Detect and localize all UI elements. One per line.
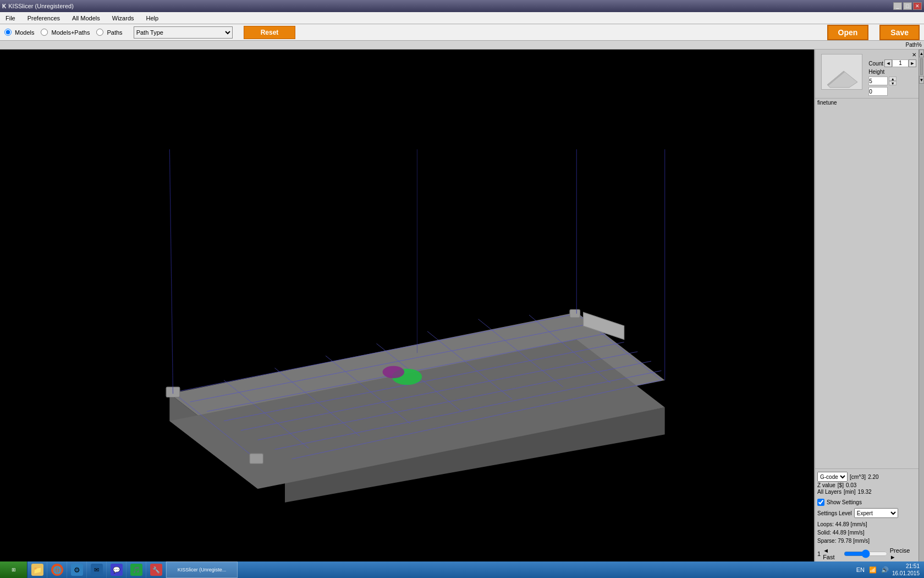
language-indicator: EN <box>856 566 865 573</box>
maximize-button[interactable]: □ <box>903 2 912 10</box>
svg-rect-24 <box>250 454 263 464</box>
precise-label: Precise ► <box>890 547 916 560</box>
chat-icon: 💬 <box>111 564 123 576</box>
taskbar-icon-media[interactable]: 🎵 <box>127 561 146 578</box>
menu-file[interactable]: File <box>2 14 19 23</box>
settings-level-label: Settings Level <box>817 510 852 516</box>
count-decrease-button[interactable]: ◄ <box>884 59 892 67</box>
settings-level-select[interactable]: Expert Intermediate Basic <box>854 508 898 518</box>
volume-value: 2.20 <box>868 474 878 480</box>
show-settings-checkbox[interactable] <box>817 499 824 506</box>
svg-line-28 <box>169 149 173 394</box>
minimize-button[interactable]: _ <box>893 2 902 10</box>
z-unit: [$] <box>838 482 844 488</box>
right-panel: ✕ Count ◄ 1 ► Height <box>814 50 924 561</box>
radio-paths[interactable] <box>96 29 103 36</box>
scroll-down-button[interactable]: ▼ <box>919 76 924 84</box>
scroll-up-button[interactable]: ▲ <box>919 50 924 57</box>
preview-svg <box>822 54 862 90</box>
media-icon: 🎵 <box>130 564 142 576</box>
height-fine-input[interactable] <box>868 87 888 96</box>
taskbar-icon-browser[interactable]: 🌐 <box>47 561 67 578</box>
path-type-dropdown[interactable]: Path Type <box>134 26 233 39</box>
taskbar-left: ⊞ 📁 🌐 ⚙ ✉ 💬 🎵 🔧 KISSlicer (Unregiste... <box>0 561 238 578</box>
path-bar: Path% <box>0 41 924 50</box>
volume-unit: [cm^3] <box>850 474 866 480</box>
clock-date: 16.01.2015 <box>892 570 920 577</box>
app-icon: K <box>2 3 6 9</box>
right-stats: G-code [cm^3] 2.20 Z value [$] 0.03 All … <box>815 468 919 498</box>
save-button[interactable]: Save <box>879 25 920 40</box>
menu-wizards[interactable]: Wizards <box>109 14 138 23</box>
browser-icon: 🌐 <box>51 564 63 576</box>
show-settings-label: Show Settings <box>827 499 862 505</box>
open-button[interactable]: Open <box>827 25 869 40</box>
all-layers-unit: [min] <box>844 489 856 495</box>
menu-help[interactable]: Help <box>143 14 162 23</box>
count-value[interactable]: 1 <box>892 59 909 67</box>
radio-models-paths[interactable] <box>41 29 48 36</box>
height-label: Height <box>868 69 884 75</box>
height-spinner: ▲ ▼ <box>889 77 897 85</box>
radio-models-paths-label: Models+Paths <box>51 29 90 36</box>
titlebar-left: K KISSlicer (Unregistered) <box>2 3 74 9</box>
menu-all-models[interactable]: All Models <box>69 14 103 23</box>
speed-value: 1 <box>817 550 821 557</box>
all-layers-label: All Layers <box>817 489 842 495</box>
start-button[interactable]: ⊞ <box>0 561 28 578</box>
taskbar-icon-email[interactable]: ✉ <box>87 561 107 578</box>
right-content: ✕ Count ◄ 1 ► Height <box>815 50 919 561</box>
taskbar-icon-kissslicer[interactable]: KISSlicer (Unregiste... <box>166 561 238 578</box>
toolbar: Models Models+Paths Paths Path Type Rese… <box>0 24 924 41</box>
taskbar: ⊞ 📁 🌐 ⚙ ✉ 💬 🎵 🔧 KISSlicer (Unregiste... … <box>0 561 924 578</box>
taskbar-icon-folder[interactable]: 📁 <box>28 561 47 578</box>
close-icon[interactable]: ✕ <box>912 52 916 58</box>
menu-preferences[interactable]: Preferences <box>24 14 63 23</box>
scene-svg <box>0 50 814 561</box>
taskbar-icon-app[interactable]: 🔧 <box>146 561 166 578</box>
taskbar-icon-chat[interactable]: 💬 <box>107 561 127 578</box>
svg-point-22 <box>383 366 404 378</box>
count-increase-button[interactable]: ► <box>909 59 916 67</box>
finetune-label: finetune <box>815 99 919 107</box>
email-icon: ✉ <box>91 564 103 576</box>
model-preview <box>821 54 862 90</box>
svg-rect-25 <box>570 309 580 318</box>
height-input[interactable] <box>868 77 888 85</box>
loops-value: 44.89 [mm/s] <box>835 521 867 527</box>
taskbar-icon-settings[interactable]: ⚙ <box>67 561 87 578</box>
radio-models[interactable] <box>4 29 12 36</box>
speeds-info: Loops: 44.89 [mm/s] Solid: 44.89 [mm/s] … <box>815 519 919 546</box>
z-label: Z value <box>817 482 835 488</box>
path-percent-label: Path% <box>906 42 922 48</box>
folder-icon: 📁 <box>31 564 43 576</box>
clock-time: 21:51 <box>892 563 920 570</box>
height-decrease-button[interactable]: ▼ <box>889 81 897 85</box>
scroll-thumb[interactable] <box>920 58 923 75</box>
count-label: Count <box>868 61 883 67</box>
gcode-select[interactable]: G-code <box>817 472 848 482</box>
start-icon: ⊞ <box>12 567 16 572</box>
clock: 21:51 16.01.2015 <box>892 563 920 577</box>
z-value: 0.03 <box>846 482 856 488</box>
main-area: ✕ Count ◄ 1 ► Height <box>0 50 924 561</box>
sparse-value: 79.78 [mm/s] <box>838 538 870 544</box>
settings-level-row: Settings Level Expert Intermediate Basic <box>815 507 919 519</box>
show-settings-row: Show Settings <box>815 498 919 507</box>
right-scrollbar: ▲ ▼ <box>919 50 924 561</box>
loops-label: Loops: <box>817 521 834 527</box>
radio-models-label: Models <box>15 29 34 36</box>
all-layers-value: 19.32 <box>858 489 872 495</box>
app-icon-taskbar: 🔧 <box>150 564 162 576</box>
speed-slider[interactable] <box>844 549 888 558</box>
viewport[interactable] <box>0 50 814 561</box>
titlebar-controls: _ □ ✕ <box>893 2 922 10</box>
height-increase-button[interactable]: ▲ <box>889 77 897 81</box>
volume-icon: 🔊 <box>881 566 889 574</box>
reset-button[interactable]: Reset <box>244 26 296 39</box>
close-button[interactable]: ✕ <box>913 2 922 10</box>
kissslicer-taskbar-label: KISSlicer (Unregiste... <box>177 566 228 574</box>
solid-label: Solid: <box>817 530 831 536</box>
network-icon: 📶 <box>869 566 877 574</box>
speed-slider-row: 1 ◄ Fast Precise ► <box>815 546 919 561</box>
